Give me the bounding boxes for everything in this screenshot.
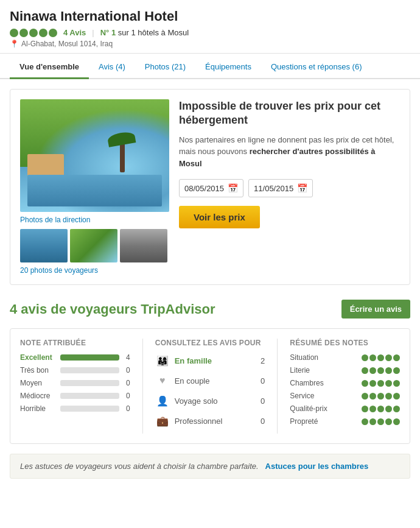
thumb-1[interactable]: [20, 229, 68, 262]
c2: [369, 367, 376, 374]
bar-track-trebon: [60, 367, 119, 373]
rating-row-mediocre: Médiocre 0: [20, 392, 130, 400]
couple-label[interactable]: En couple: [175, 376, 256, 385]
write-review-button[interactable]: Écrire un avis: [341, 300, 410, 319]
pro-icon: 💼: [155, 414, 170, 428]
count-moyen: 0: [123, 379, 130, 387]
tab-qa[interactable]: Questions et réponses (6): [261, 56, 372, 79]
c4: [385, 406, 392, 412]
circles-proprete: [362, 418, 400, 425]
label-horrible: Horrible: [20, 404, 57, 413]
traveler-photos-label[interactable]: 20 photos de voyageurs: [20, 266, 169, 275]
hotel-title: Ninawa International Hotel: [10, 9, 410, 24]
tip-text: Les astuces de voyageurs vous aident à c…: [20, 462, 259, 471]
consult-row-pro: 💼 Professionnel 0: [155, 414, 265, 428]
c3: [377, 367, 384, 374]
address-text: Al-Ghabat, Mosul 1014, Iraq: [21, 40, 113, 48]
note-col-title: Note attribuée: [20, 339, 130, 347]
direction-photos-label[interactable]: Photos de la direction: [20, 216, 169, 224]
c4: [385, 367, 392, 374]
main-photo[interactable]: [20, 99, 169, 212]
c1: [362, 367, 368, 374]
resume-label-chambres: Chambres: [290, 379, 338, 387]
thumbnail-row: [20, 229, 169, 262]
date-end-value: 11/05/2015: [254, 184, 293, 193]
resume-row-literie: Literie: [290, 366, 400, 375]
voir-prix-button[interactable]: Voir les prix: [179, 206, 260, 228]
date-start-input[interactable]: 08/05/2015 📅: [179, 179, 243, 197]
rating-row-horrible: Horrible 0: [20, 404, 130, 413]
c5: [393, 380, 400, 387]
resume-col-title: Résumé des notes: [290, 339, 400, 347]
count-excellent: 4: [123, 353, 130, 362]
count-mediocre: 0: [123, 392, 130, 400]
resume-row-qualiteprix: Qualité-prix: [290, 404, 400, 413]
calendar-end-icon: 📅: [297, 183, 307, 193]
circles-service: [362, 393, 400, 400]
calendar-start-icon: 📅: [228, 183, 238, 193]
resume-row-service: Service: [290, 392, 400, 400]
thumb-2[interactable]: [70, 229, 117, 262]
bar-track-mediocre: [60, 393, 119, 399]
label-excellent: Excellent: [20, 353, 57, 362]
bar-track-horrible: [60, 406, 119, 412]
c2: [369, 354, 376, 361]
thumb-3[interactable]: [120, 229, 167, 262]
count-trebon: 0: [123, 366, 130, 375]
c5: [393, 367, 400, 374]
pricing-section: Impossible de trouver les prix pour cet …: [179, 99, 400, 275]
pricing-title: Impossible de trouver les prix pour cet …: [179, 99, 400, 128]
reviews-header: 4 avis de voyageurs TripAdvisor Écrire u…: [10, 300, 410, 319]
c4: [385, 354, 392, 361]
famille-label[interactable]: En famille: [175, 356, 256, 365]
tab-photos[interactable]: Photos (21): [135, 56, 195, 79]
tip-bar: Les astuces de voyageurs vous aident à c…: [10, 454, 410, 479]
c1: [362, 354, 368, 361]
hotel-card: Photos de la direction 20 photos de voya…: [10, 89, 410, 285]
solo-label[interactable]: Voyage solo: [175, 396, 256, 406]
c2: [369, 380, 376, 387]
tab-reviews[interactable]: Avis (4): [89, 56, 135, 79]
date-end-input[interactable]: 11/05/2015 📅: [248, 179, 313, 197]
circle-5: [49, 29, 57, 37]
c1: [362, 418, 368, 425]
famille-count: 2: [261, 356, 265, 365]
resume-label-situation: Situation: [290, 353, 338, 362]
hotel-ranking: N° 1 sur 1 hôtels à Mosul: [100, 28, 189, 37]
ranking-number: N° 1: [100, 28, 116, 37]
rating-row-excellent: Excellent 4: [20, 353, 130, 362]
tip-link[interactable]: Astuces pour les chambres: [265, 462, 369, 471]
circle-1: [10, 29, 18, 37]
pro-count: 0: [261, 417, 265, 426]
date-start-value: 08/05/2015: [184, 184, 224, 193]
rating-row-trebon: Très bon 0: [20, 366, 130, 375]
c2: [369, 406, 376, 412]
resume-row-chambres: Chambres: [290, 379, 400, 387]
rating-circles: [10, 29, 57, 37]
tab-overview[interactable]: Vue d'ensemble: [10, 56, 89, 79]
c5: [393, 406, 400, 412]
c5: [393, 393, 400, 400]
circles-literie: [362, 367, 400, 374]
pin-icon: 📍: [10, 40, 19, 48]
famille-icon: 👨‍👩‍👧: [155, 353, 170, 368]
resume-label-proprete: Propreté: [290, 417, 338, 426]
palm-decoration: [120, 136, 125, 172]
c5: [393, 354, 400, 361]
tab-amenities[interactable]: Équipements: [195, 56, 261, 79]
c3: [377, 406, 384, 412]
pro-label[interactable]: Professionnel: [175, 417, 256, 426]
circles-chambres: [362, 380, 400, 387]
pool-decoration: [27, 175, 162, 206]
c5: [393, 418, 400, 425]
review-count[interactable]: 4 Avis: [63, 28, 86, 37]
tab-bar: Vue d'ensemble Avis (4) Photos (21) Équi…: [0, 56, 420, 79]
resume-row-proprete: Propreté: [290, 417, 400, 426]
hotel-address: 📍 Al-Ghabat, Mosul 1014, Iraq: [10, 40, 410, 48]
c3: [377, 380, 384, 387]
consult-row-couple: ♥ En couple 0: [155, 373, 265, 388]
bar-track-excellent: [60, 354, 119, 361]
resume-col: Résumé des notes Situation Literie: [277, 339, 400, 434]
note-attribuee-col: Note attribuée Excellent 4 Très bon 0: [20, 339, 142, 434]
photos-section: Photos de la direction 20 photos de voya…: [20, 99, 169, 275]
